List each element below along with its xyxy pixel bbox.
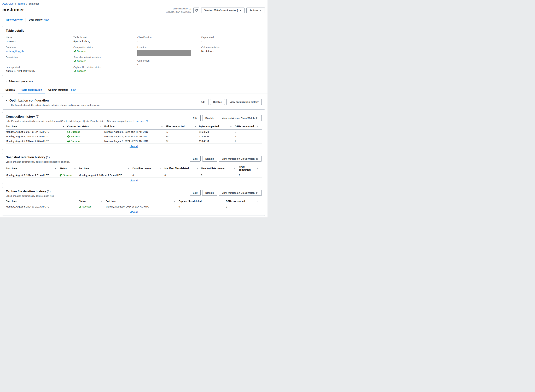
column-header-manifest-lists-deleted[interactable]: Manifest lists deleted [201,165,239,173]
actions-button[interactable]: Actions [246,8,265,13]
column-header-status[interactable]: Status [79,199,106,204]
database-link[interactable]: iceberg_blog_db [6,50,24,52]
field-label: Deprecated [201,36,258,39]
column-header-data-files-deleted[interactable]: Data files deleted [133,165,164,173]
filter-icon [174,200,176,202]
filter-icon [257,125,259,127]
filter-icon [196,167,198,169]
orphan-file-deletion-table: Start time Status End time Orphan files … [6,199,262,209]
cell-end-time: Monday, August 5, 2024 at 2:27 AM UTC [104,139,166,144]
orphan-file-deletion-description: Lake Formation automatically delete orph… [6,195,54,197]
column-header-label: End time [105,200,116,202]
field-label: Orphan file deletion status [73,66,130,69]
field-label: Connection [137,59,194,62]
details-column-3: Classification - Location Connection - [134,36,198,76]
disable-button[interactable]: Disable [202,115,217,121]
tab-data-quality[interactable]: Data quality New [26,17,52,23]
success-check-icon [60,174,62,177]
field-value: - [201,40,258,42]
column-header-end-time[interactable]: End time [104,125,166,130]
version-select-button[interactable]: Version 376 (Current version) [201,8,244,13]
table-row: Monday, August 5, 2024 at 2:01 AM UTC Su… [6,173,262,178]
snapshot-retention-buttons: Edit Disable View metrics on CloudWatch [190,156,262,162]
view-metrics-cloudwatch-button[interactable]: View metrics on CloudWatch [219,190,262,196]
column-header-label: DPUs consumed [235,125,254,128]
refresh-button[interactable] [193,8,199,13]
column-header-files-compacted[interactable]: Files compacted [166,125,199,130]
tab-table-optimization-label: Table optimization [21,89,42,91]
field-label: Database [6,46,66,49]
tab-table-optimization[interactable]: Table optimization [18,87,45,93]
expand-triangle-icon [5,80,7,82]
cell-dpus-consumed: 2 [235,139,262,144]
filter-icon [257,200,259,202]
disable-button[interactable]: Disable [202,190,217,196]
column-header-label: Start time [6,200,17,202]
cell-end-time: Monday, August 5, 2024 at 2:04 AM UTC [79,173,133,178]
breadcrumb-chevron-icon [26,3,28,5]
column-header-dpus-consumed[interactable]: DPUs consumed [239,165,262,173]
sort-descending-icon [62,125,65,127]
view-all-link[interactable]: View all [130,145,138,148]
cell-start-time: Monday, August 5, 2024 at 2:01 AM UTC [6,173,60,178]
edit-button[interactable]: Edit [190,190,200,196]
column-header-start-time[interactable]: Start time [6,165,60,173]
tab-column-statistics[interactable]: Column statistics - new [45,87,79,93]
column-header-end-time[interactable]: End time [79,165,133,173]
column-header-start-time[interactable]: Start time [6,125,67,130]
disable-button[interactable]: Disable [202,156,217,162]
cell-start-time: Monday, August 5, 2024 at 2:26 AM UTC [6,139,67,144]
tab-schema[interactable]: Schema [2,87,18,93]
optimization-configuration-toggle[interactable]: Optimization configuration [6,99,100,102]
field-deprecated: Deprecated - [201,36,258,42]
column-header-dpus-consumed[interactable]: DPUs consumed [226,199,262,204]
column-header-dpus-consumed[interactable]: DPUs consumed [235,125,262,130]
sort-descending-icon [74,200,76,202]
column-header-compaction-status[interactable]: Compaction status [67,125,104,130]
breadcrumb-link-tables[interactable]: Tables [18,2,25,5]
inner-tabs: Schema Table optimization Column statist… [0,87,267,93]
tab-column-statistics-new-suffix: - new [70,89,76,91]
tab-table-overview[interactable]: Table overview [2,17,26,23]
column-header-label: End time [79,167,89,170]
field-value: August 5, 2024 at 02:34:25 [6,70,66,72]
view-metrics-cloudwatch-button[interactable]: View metrics on CloudWatch [219,115,262,121]
status-text: Success [71,135,80,138]
cell-bytes-compacted: 113.48 Mb [199,139,235,144]
tab-data-quality-label: Data quality [29,18,42,21]
disable-button[interactable]: Disable [210,99,225,105]
view-metrics-label: View metrics on CloudWatch [222,157,255,160]
field-location: Location [137,46,194,56]
column-header-end-time[interactable]: End time [105,199,178,204]
section-title-text: Compaction history [6,115,35,118]
view-optimization-history-button[interactable]: View optimization history [227,99,262,105]
snapshot-retention-header: Snapshot retention history (1) Lake Form… [2,153,265,165]
no-statistics-link[interactable]: No statistics [201,50,214,52]
column-header-label: Manifest files deleted [164,167,189,170]
success-check-icon [67,131,70,133]
edit-button[interactable]: Edit [198,99,208,105]
column-header-manifest-files-deleted[interactable]: Manifest files deleted [164,165,201,173]
column-header-label: End time [104,125,114,128]
view-metrics-cloudwatch-button[interactable]: View metrics on CloudWatch [219,156,262,162]
column-header-start-time[interactable]: Start time [6,199,79,204]
edit-button[interactable]: Edit [190,156,200,162]
chevron-down-icon [240,9,241,11]
cell-start-time: Monday, August 5, 2024 at 2:33 AM UTC [6,134,67,139]
location-redacted-value [137,50,191,56]
column-header-orphan-files-deleted[interactable]: Orphan files deleted [178,199,226,204]
advanced-properties-toggle[interactable]: Advanced properties [5,80,267,83]
edit-button[interactable]: Edit [190,115,200,121]
description-text: Lake Formation automatically compacts sm… [6,120,133,122]
view-all-link[interactable]: View all [130,210,138,213]
cell-status: Success [60,173,79,178]
cell-dpus-consumed: 2 [235,134,262,139]
column-header-label: Start time [6,125,17,128]
breadcrumb-link-aws-glue[interactable]: AWS Glue [2,2,14,5]
column-header-status[interactable]: Status [60,165,79,173]
field-label: Last updated [6,66,66,69]
learn-more-link[interactable]: Learn more [133,120,147,122]
cell-files-compacted: 25 [166,134,199,139]
view-all-link[interactable]: View all [130,179,138,182]
column-header-bytes-compacted[interactable]: Bytes compacted [199,125,235,130]
